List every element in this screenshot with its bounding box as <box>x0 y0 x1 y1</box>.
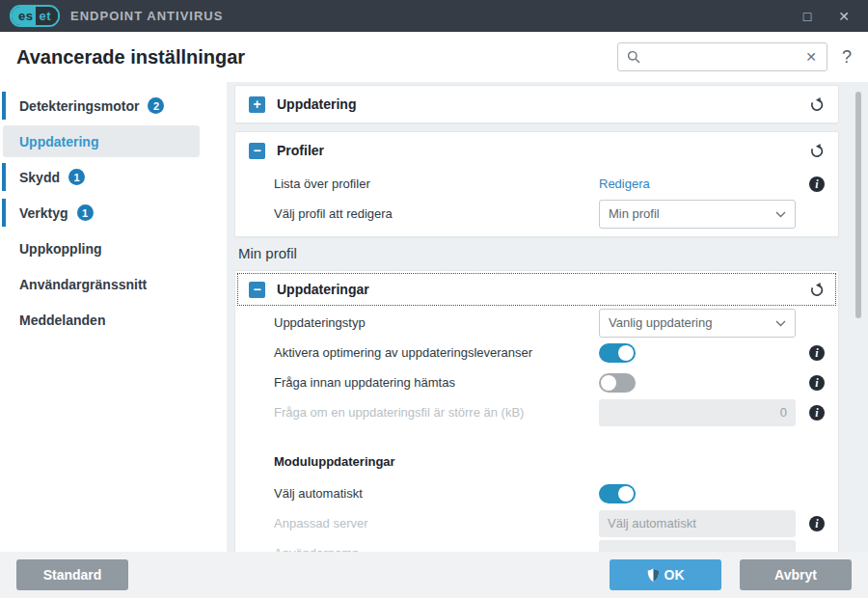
page-title: Avancerade inställningar <box>16 46 245 68</box>
profile-name-heading: Min profil <box>238 245 839 261</box>
section-title: Profiler <box>277 143 324 158</box>
scrollbar-thumb[interactable] <box>855 92 861 318</box>
section-uppdateringar-header[interactable]: − Uppdateringar <box>235 271 838 308</box>
auto-select-toggle[interactable] <box>599 484 636 503</box>
info-icon[interactable]: i <box>809 405 825 421</box>
field-label: Fråga innan uppdatering hämtas <box>274 375 599 390</box>
ok-button[interactable]: OK <box>610 559 721 590</box>
info-icon[interactable]: i <box>809 516 825 531</box>
revert-to-default-icon[interactable] <box>809 282 825 297</box>
shield-icon <box>647 568 660 583</box>
sidebar-item-uppkoppling[interactable]: Uppkoppling <box>3 232 200 264</box>
section-uppdateringar: − Uppdateringar Uppdateringstyp Vanlig u… <box>234 270 839 552</box>
ask-before-download-toggle[interactable] <box>599 373 636 393</box>
username-input-disabled <box>599 540 796 553</box>
expand-icon[interactable]: + <box>249 96 265 113</box>
field-label: Anpassad server <box>274 516 599 530</box>
sidebar-item-anvandargranssnitt[interactable]: Användargränssnitt <box>3 268 200 300</box>
optimize-delivery-toggle[interactable] <box>599 343 636 363</box>
section-profiler-header[interactable]: − Profiler <box>235 132 838 169</box>
module-updates-heading: Moduluppdateringar <box>235 454 838 469</box>
info-icon[interactable]: i <box>809 375 825 391</box>
revert-to-default-icon[interactable] <box>809 143 825 158</box>
field-label: Lista över profiler <box>274 177 599 191</box>
collapse-icon[interactable]: − <box>249 143 265 159</box>
section-title: Uppdateringar <box>277 282 369 297</box>
accent-bar <box>2 199 6 227</box>
sidebar-item-detekteringsmotor[interactable]: Detekteringsmotor 2 <box>3 90 200 122</box>
field-label: Fråga om en uppdateringsfil är större än… <box>274 405 599 420</box>
profile-select-dropdown[interactable]: Min profil <box>599 200 796 229</box>
sidebar-item-label: Användargränssnitt <box>19 277 147 292</box>
dropdown-value: Min profil <box>609 206 660 221</box>
redigera-link[interactable]: Redigera <box>599 177 650 191</box>
sidebar-item-label: Meddelanden <box>19 313 105 328</box>
sidebar: Detekteringsmotor 2 Uppdatering Skydd 1 … <box>0 82 227 552</box>
attention-badge: 1 <box>77 204 94 221</box>
revert-to-default-icon[interactable] <box>809 96 825 112</box>
section-title: Uppdatering <box>277 96 356 112</box>
eset-logo-left: es <box>12 7 36 25</box>
row-lista-over-profiler: Lista över profiler Redigera i <box>235 169 838 199</box>
row-fraga-innan: Fråga innan uppdatering hämtas i <box>235 367 838 397</box>
sidebar-item-skydd[interactable]: Skydd 1 <box>3 161 200 193</box>
row-fraga-storre-an: Fråga om en uppdateringsfil är större än… <box>235 397 838 427</box>
app-name: ENDPOINT ANTIVIRUS <box>70 9 223 23</box>
standard-button[interactable]: Standard <box>16 559 128 590</box>
eset-logo-right: et <box>36 7 58 25</box>
row-uppdateringstyp: Uppdateringstyp Vanlig uppdatering <box>235 308 838 338</box>
attention-badge: 2 <box>148 97 164 114</box>
maximize-icon[interactable]: □ <box>793 4 822 29</box>
file-size-input-disabled: 0 <box>599 399 796 426</box>
sidebar-item-label: Verktyg <box>19 205 68 221</box>
collapse-icon[interactable]: − <box>249 282 265 298</box>
ok-button-label: OK <box>665 567 685 583</box>
window-controls: □ ✕ <box>793 4 858 29</box>
titlebar: es et ENDPOINT ANTIVIRUS □ ✕ <box>0 0 868 32</box>
field-label: Välj automatiskt <box>274 486 599 501</box>
help-icon[interactable]: ? <box>842 47 852 68</box>
sidebar-item-label: Uppkoppling <box>19 241 102 257</box>
field-label: Uppdateringstyp <box>274 315 599 330</box>
section-uppdatering: + Uppdatering <box>234 85 839 123</box>
footer: Standard OK Avbryt <box>0 552 868 598</box>
update-type-dropdown[interactable]: Vanlig uppdatering <box>599 309 796 338</box>
clear-search-icon[interactable]: ✕ <box>804 49 818 65</box>
field-label: Aktivera optimering av uppdateringslever… <box>274 345 599 360</box>
row-optimering: Aktivera optimering av uppdateringslever… <box>235 338 838 367</box>
row-anpassad-server: Anpassad server Välj automatiskt i <box>235 508 838 538</box>
sidebar-item-meddelanden[interactable]: Meddelanden <box>3 304 200 336</box>
sidebar-item-label: Skydd <box>19 170 60 185</box>
eset-settings-window: es et ENDPOINT ANTIVIRUS □ ✕ Avancerade … <box>0 0 868 598</box>
attention-badge: 1 <box>68 169 85 185</box>
section-uppdatering-header[interactable]: + Uppdatering <box>235 86 838 122</box>
main-content: + Uppdatering − Profiler <box>227 82 868 552</box>
custom-server-input-disabled: Välj automatiskt <box>599 510 796 537</box>
sidebar-item-verktyg[interactable]: Verktyg 1 <box>3 197 200 229</box>
sidebar-item-label: Uppdatering <box>19 134 98 150</box>
dropdown-value: Vanlig uppdatering <box>609 315 712 330</box>
section-profiler: − Profiler Lista över profiler Redigera <box>234 131 839 237</box>
close-icon[interactable]: ✕ <box>829 4 858 29</box>
cancel-button[interactable]: Avbryt <box>740 559 852 590</box>
sidebar-item-uppdatering[interactable]: Uppdatering <box>3 125 200 157</box>
chevron-down-icon <box>775 315 786 330</box>
row-valj-profil: Välj profil att redigera Min profil <box>235 199 838 229</box>
accent-bar <box>2 92 6 120</box>
chevron-down-icon <box>775 206 786 221</box>
field-label: Välj profil att redigera <box>274 206 599 221</box>
search-icon <box>627 50 640 64</box>
row-anvandarnamn: Användarnamn <box>235 538 838 552</box>
search-box[interactable]: ✕ <box>617 42 827 71</box>
body: Detekteringsmotor 2 Uppdatering Skydd 1 … <box>0 82 868 552</box>
sidebar-item-label: Detekteringsmotor <box>19 98 139 114</box>
accent-bar <box>2 163 6 191</box>
eset-logo-icon: es et <box>10 5 60 27</box>
standard-button-label: Standard <box>43 567 102 583</box>
field-label: Användarnamn <box>274 546 599 552</box>
row-valj-automatiskt: Välj automatiskt <box>235 478 838 508</box>
cancel-button-label: Avbryt <box>774 567 817 583</box>
info-icon[interactable]: i <box>809 345 825 361</box>
info-icon[interactable]: i <box>809 177 825 192</box>
search-input[interactable] <box>640 50 804 65</box>
